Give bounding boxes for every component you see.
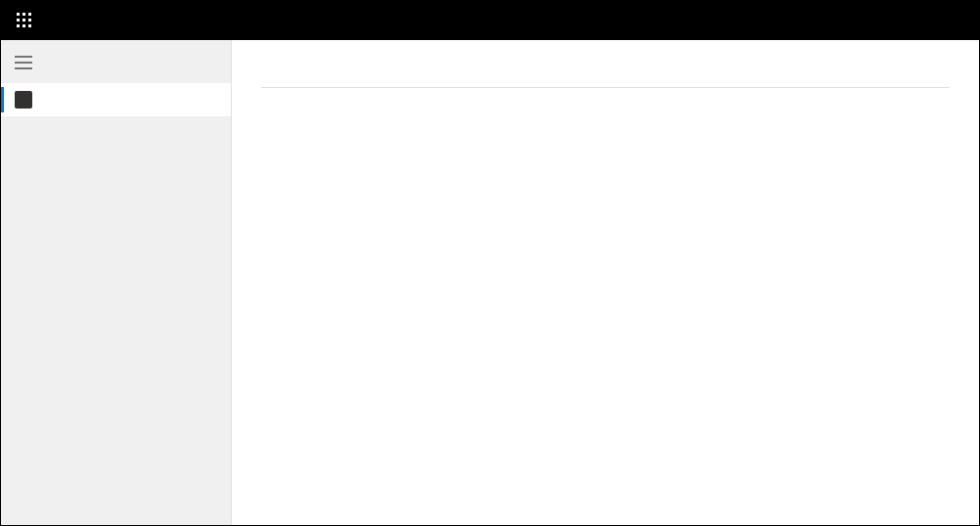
- svg-rect-0: [17, 13, 20, 16]
- main-content: [232, 40, 979, 525]
- svg-rect-7: [22, 24, 25, 27]
- svg-rect-5: [28, 19, 31, 22]
- top-bar: [1, 1, 979, 40]
- svg-rect-1: [22, 13, 25, 16]
- svg-rect-2: [28, 13, 31, 16]
- app-launcher-icon[interactable]: [9, 5, 40, 36]
- svg-rect-6: [17, 24, 20, 27]
- svg-rect-8: [28, 24, 31, 27]
- sidebar: [1, 40, 232, 525]
- policies-icon: [15, 91, 32, 109]
- nav-toggle-icon[interactable]: [1, 50, 231, 83]
- sidebar-item-policies[interactable]: [1, 83, 231, 116]
- svg-rect-4: [22, 19, 25, 22]
- page-description: [261, 73, 950, 88]
- svg-rect-3: [17, 19, 20, 22]
- sidebar-section-heading: [1, 116, 231, 151]
